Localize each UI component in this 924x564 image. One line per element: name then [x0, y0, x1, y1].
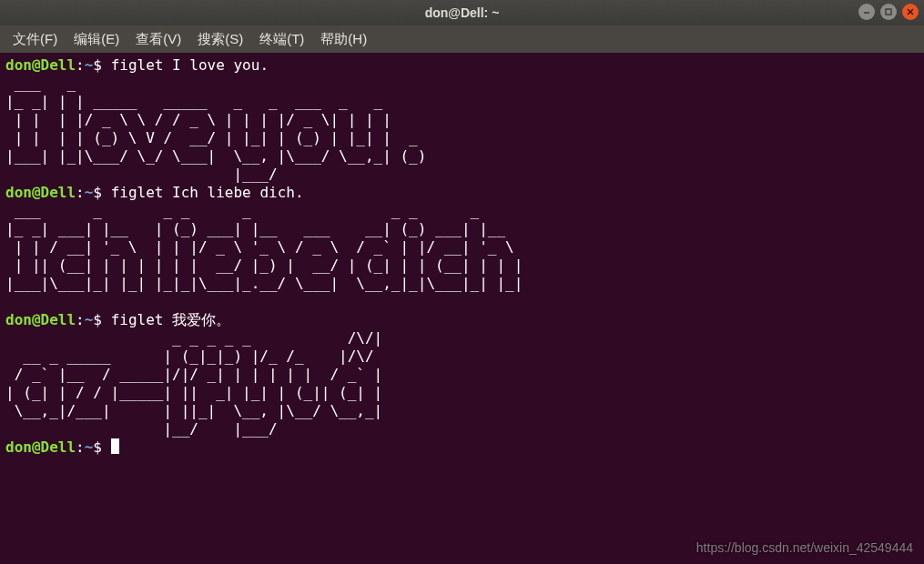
watermark: https://blog.csdn.net/weixin_42549444 — [696, 539, 913, 557]
window-buttons — [858, 4, 919, 20]
prompt-host: Dell — [41, 311, 76, 328]
prompt-path: ~ — [85, 184, 94, 201]
prompt-path: ~ — [85, 438, 94, 456]
command-1: figlet I love you. — [111, 56, 269, 74]
prompt-path: ~ — [85, 56, 94, 74]
menu-file[interactable]: 文件(F) — [5, 28, 65, 51]
prompt-path: ~ — [85, 311, 94, 328]
prompt-at: @ — [32, 56, 41, 74]
close-icon — [906, 7, 915, 16]
command-2: figlet Ich liebe dich. — [111, 184, 304, 201]
terminal-body[interactable]: don@Dell:~$ figlet I love you. ___ _ |_ … — [0, 53, 924, 564]
prompt-dollar: $ — [93, 438, 110, 456]
menubar: 文件(F) 编辑(E) 查看(V) 搜索(S) 终端(T) 帮助(H) — [0, 25, 924, 53]
svg-rect-1 — [886, 9, 891, 15]
terminal-content: don@Dell:~$ figlet I love you. ___ _ |_ … — [5, 56, 919, 457]
titlebar: don@Dell: ~ — [0, 0, 924, 25]
prompt-colon: : — [76, 438, 85, 456]
minimize-button[interactable] — [858, 4, 875, 20]
command-3: figlet 我爱你。 — [111, 311, 230, 328]
terminal-window: don@Dell: ~ 文件(F) 编辑(E) 查看(V) 搜索(S) 终端(T… — [0, 0, 924, 564]
window-title: don@Dell: ~ — [0, 5, 924, 20]
prompt-at: @ — [32, 438, 41, 456]
prompt-at: @ — [32, 311, 41, 328]
prompt-user: don — [5, 438, 32, 456]
prompt-colon: : — [76, 184, 85, 201]
prompt-host: Dell — [41, 56, 76, 74]
menu-terminal[interactable]: 终端(T) — [252, 28, 311, 51]
menu-view[interactable]: 查看(V) — [128, 28, 188, 51]
prompt-dollar: $ — [93, 311, 110, 328]
menu-search[interactable]: 搜索(S) — [190, 28, 250, 51]
prompt-user: don — [5, 56, 32, 74]
prompt-user: don — [5, 311, 32, 328]
ascii-output-2: ___ _ _ _ _ _ _ _ |_ _| ___| |__ | (_) _… — [5, 202, 523, 310]
maximize-icon — [884, 7, 893, 16]
close-button[interactable] — [902, 4, 919, 20]
prompt-dollar: $ — [93, 184, 110, 201]
maximize-button[interactable] — [880, 4, 897, 20]
prompt-dollar: $ — [93, 56, 110, 74]
prompt-host: Dell — [41, 184, 76, 201]
prompt-at: @ — [32, 184, 41, 201]
menu-help[interactable]: 帮助(H) — [313, 28, 374, 51]
minimize-icon — [862, 7, 871, 16]
prompt-colon: : — [76, 56, 85, 74]
cursor-block — [111, 438, 119, 454]
ascii-output-3: _ _ _ _ _ /\/| __ _ _____ | (_|_|_) |/_ … — [5, 329, 382, 438]
menu-edit[interactable]: 编辑(E) — [66, 28, 127, 51]
ascii-output-1: ___ _ |_ _| | | _____ _____ _ _ ___ _ _ … — [5, 75, 426, 183]
prompt-colon: : — [76, 311, 85, 328]
prompt-host: Dell — [41, 438, 76, 456]
prompt-user: don — [5, 184, 32, 201]
